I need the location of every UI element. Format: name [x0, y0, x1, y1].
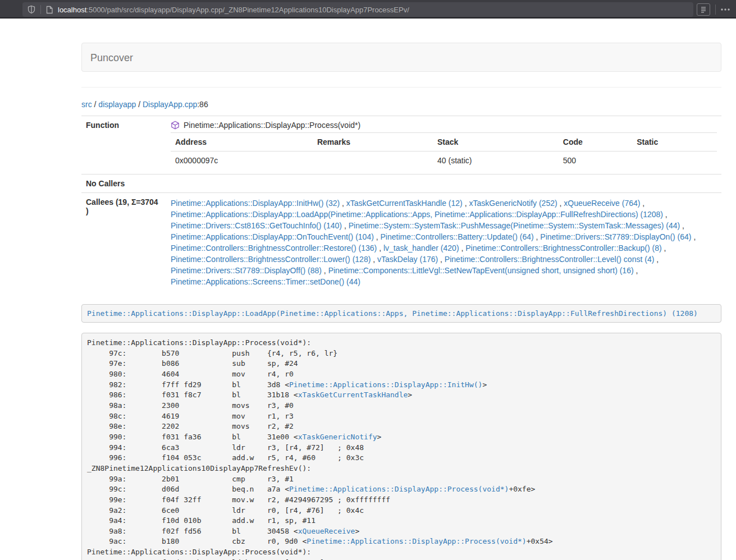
callee-link[interactable]: lv_task_handler (420) — [383, 244, 459, 253]
breadcrumb-separator: / — [136, 100, 143, 109]
code-text: > — [408, 391, 412, 399]
browser-toolbar: localhost:5000/path/src/displayapp/Displ… — [0, 0, 736, 19]
callee-link[interactable]: Pinetime::Drivers::St7789::DisplayOff() … — [171, 266, 322, 275]
code-text: 986: f031 f8c7 bl 31b18 < — [87, 391, 298, 399]
loadapp-symbol-link[interactable]: Pinetime::Applications::DisplayApp::Load… — [87, 309, 698, 318]
disassembly-line: 9a4: f10d 010b add.w r1, sp, #11 — [87, 516, 716, 526]
url-text[interactable]: localhost:5000/path/src/displayapp/Displ… — [58, 6, 409, 14]
url-path: :5000/path/src/displayapp/DisplayApp.cpp… — [86, 6, 409, 14]
callee-separator: , — [692, 232, 696, 241]
col-header-stack: Stack — [433, 133, 559, 152]
toolbar-divider — [715, 4, 716, 15]
callees-list: Pinetime::Applications::DisplayApp::Init… — [166, 193, 721, 292]
callee-link[interactable]: Pinetime::Controllers::BrightnessControl… — [171, 244, 377, 253]
disassembly-line: 99c: d06d beq.n a7a <Pinetime::Applicati… — [87, 484, 716, 495]
code-text: Pinetime::Applications::DisplayApp::Proc… — [87, 548, 311, 556]
callee-link[interactable]: Pinetime::Controllers::Battery::Update()… — [381, 232, 534, 241]
symbol-link[interactable]: Pinetime::Applications::DisplayApp::Init… — [289, 380, 482, 389]
callee-link[interactable]: Pinetime::Drivers::St7789::DisplayOn() (… — [540, 232, 691, 241]
breadcrumb-link[interactable]: src — [81, 100, 92, 109]
shield-icon[interactable] — [27, 5, 36, 14]
callee-separator: , — [663, 210, 668, 219]
callee-link[interactable]: Pinetime::Controllers::BrightnessControl… — [171, 255, 371, 264]
disassembly-line: _ZN8Pinetime12Applications10DisplayApp7R… — [87, 463, 716, 474]
table-row: Callees (19, Σ=3704 ) Pinetime::Applicat… — [81, 193, 721, 292]
callee-separator: , — [322, 266, 328, 275]
disassembly-line: 980: 4604 mov r4, r0 — [87, 369, 716, 380]
navbar: Puncover — [81, 43, 721, 72]
callee-separator: , — [640, 199, 644, 208]
divider — [81, 87, 721, 88]
symbol-link[interactable]: xTaskGenericNotify — [298, 433, 377, 441]
code-text: 982: f7ff fd29 bl 3d8 < — [87, 380, 289, 389]
callee-separator: , — [374, 232, 381, 241]
code-text: +0xfe> — [509, 485, 535, 493]
function-info-table: Function Pinetime::Applications::Display… — [81, 116, 721, 292]
code-text: 994: 6ca3 ldr r3, [r4, #72] ; 0x48 — [87, 443, 364, 452]
callee-link[interactable]: xQueueReceive (764) — [564, 199, 640, 208]
symbol-link[interactable]: xQueueReceive — [298, 527, 355, 535]
code-text: 97c: b570 push {r4, r5, r6, lr} — [87, 349, 337, 357]
function-name-line: Pinetime::Applications::DisplayApp::Proc… — [171, 121, 717, 130]
callee-link[interactable]: xTaskGetCurrentTaskHandle (12) — [346, 199, 463, 208]
disassembly-line: 98a: 2300 movs r3, #0 — [87, 401, 716, 411]
function-label: Function — [81, 116, 166, 175]
remarks-value — [313, 152, 433, 170]
code-text: 996: f104 053c add.w r5, r4, #60 ; 0x3c — [87, 453, 364, 462]
symbol-link[interactable]: xTaskGetCurrentTaskHandle — [298, 391, 408, 399]
col-header-static: Static — [632, 133, 717, 152]
callee-link[interactable]: Pinetime::Applications::DisplayApp::Init… — [171, 199, 340, 208]
code-text: 990: f031 fa36 bl 31e00 < — [87, 433, 298, 441]
symbol-link[interactable]: Pinetime::Applications::DisplayApp::Proc… — [307, 537, 526, 545]
code-text: _ZN8Pinetime12Applications10DisplayApp7R… — [87, 464, 311, 472]
callee-link[interactable]: Pinetime::Controllers::BrightnessControl… — [465, 244, 661, 253]
callee-separator: , — [534, 232, 541, 241]
code-text: > — [355, 527, 359, 535]
disassembly-line: 98e: 2202 movs r2, #2 — [87, 421, 716, 432]
function-metrics-table: Address Remarks Stack Code Static 0x0000… — [171, 132, 717, 169]
disassembly-line: 994: 6ca3 ldr r3, [r4, #72] ; 0x48 — [87, 443, 716, 453]
col-header-address: Address — [171, 133, 313, 152]
callee-link[interactable]: Pinetime::Applications::DisplayApp::Load… — [171, 210, 663, 219]
no-callers-value — [166, 175, 721, 193]
callee-separator: , — [654, 255, 659, 264]
code-text: 99a: 2b01 cmp r3, #1 — [87, 475, 294, 483]
urlbar-divider — [40, 5, 41, 14]
code-text: 99e: f04f 32ff mov.w r2, #4294967295 ; 0… — [87, 495, 390, 504]
callee-separator: , — [342, 221, 349, 230]
more-menu-icon[interactable] — [718, 4, 733, 15]
callee-separator: , — [371, 255, 377, 264]
symbol-link[interactable]: Pinetime::Applications::DisplayApp::Proc… — [289, 485, 509, 493]
breadcrumb-link[interactable]: displayapp — [98, 100, 136, 109]
callee-link[interactable]: Pinetime::Applications::DisplayApp::OnTo… — [171, 232, 374, 241]
reader-mode-icon[interactable] — [697, 3, 710, 16]
disassembly-line: 9ac: b180 cbz r0, 9d0 <Pinetime::Applica… — [87, 536, 716, 547]
disassembly-line: 982: f7ff fd29 bl 3d8 <Pinetime::Applica… — [87, 380, 716, 391]
disassembly-line: 98c: 4619 mov r1, r3 — [87, 411, 716, 422]
main-content: Puncover src / displayapp / DisplayApp.c… — [81, 19, 721, 560]
callee-separator: , — [557, 199, 564, 208]
callee-link[interactable]: Pinetime::Components::LittleVgl::SetNewT… — [328, 266, 634, 275]
code-text: 98a: 2300 movs r3, #0 — [87, 401, 294, 410]
callee-link[interactable]: Pinetime::System::SystemTask::PushMessag… — [349, 221, 680, 230]
callee-separator: , — [438, 255, 445, 264]
page-icon[interactable] — [45, 6, 53, 14]
disassembly-line: 996: f104 053c add.w r5, r4, #60 ; 0x3c — [87, 453, 716, 463]
brand-link[interactable]: Puncover — [82, 43, 141, 72]
callee-separator: , — [377, 244, 383, 253]
breadcrumb-separator: / — [92, 100, 99, 109]
disassembly-block: Pinetime::Applications::DisplayApp::Proc… — [81, 333, 721, 560]
callee-link[interactable]: Pinetime::Controllers::BrightnessControl… — [445, 255, 654, 264]
code-text: > — [377, 433, 382, 441]
code-value: 500 — [559, 152, 632, 170]
callee-link[interactable]: Pinetime::Applications::Screens::Timer::… — [171, 277, 360, 286]
url-bar[interactable]: localhost:5000/path/src/displayapp/Displ… — [22, 2, 693, 17]
callee-link[interactable]: Pinetime::Drivers::Cst816S::GetTouchInfo… — [171, 221, 342, 230]
callee-link[interactable]: xTaskGenericNotify (252) — [469, 199, 557, 208]
callee-separator: , — [680, 221, 684, 230]
callee-link[interactable]: vTaskDelay (176) — [377, 255, 438, 264]
callee-separator: , — [459, 244, 466, 253]
table-row: 0x0000097c 40 (static) 500 — [171, 152, 717, 170]
breadcrumb-link[interactable]: DisplayApp.cpp — [143, 100, 197, 109]
table-row: Function Pinetime::Applications::Display… — [81, 116, 721, 175]
